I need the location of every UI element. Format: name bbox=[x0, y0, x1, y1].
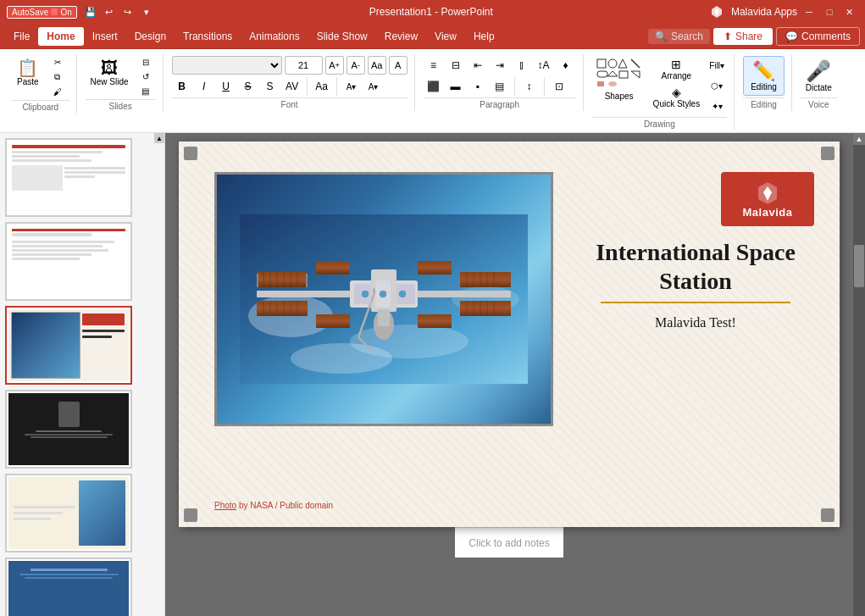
menu-home[interactable]: Home bbox=[38, 27, 83, 46]
italic-button[interactable]: I bbox=[194, 77, 214, 96]
cut-button[interactable]: ✂ bbox=[46, 56, 69, 69]
align-center-button[interactable]: ▬ bbox=[446, 77, 466, 96]
text-direction-button[interactable]: ↕A bbox=[534, 56, 554, 75]
font-name-select[interactable] bbox=[172, 56, 282, 75]
line-spacing-button[interactable]: ↕ bbox=[519, 77, 540, 96]
quick-styles-button[interactable]: ◈ Quick Styles bbox=[650, 84, 704, 110]
canvas-scroll-thumb[interactable] bbox=[854, 245, 864, 287]
slide-canvas[interactable]: Malavida International Space Station Mal… bbox=[179, 142, 840, 527]
slide-thumb-3[interactable] bbox=[5, 306, 132, 385]
customize-button[interactable]: ▾ bbox=[138, 5, 155, 19]
close-button[interactable]: ✕ bbox=[841, 5, 858, 19]
share-label: Share bbox=[735, 31, 762, 42]
drawing-sub2: Fill▾ ⬡▾ ✦▾ bbox=[707, 56, 727, 115]
slide-thumb-4[interactable] bbox=[5, 390, 132, 469]
notes-area[interactable]: Click to add notes bbox=[455, 527, 563, 558]
increase-indent-button[interactable]: ⇥ bbox=[490, 56, 510, 75]
copy-button[interactable]: ⧉ bbox=[46, 70, 69, 84]
arrange-button[interactable]: ⊞ Arrange bbox=[650, 56, 704, 82]
dictate-button[interactable]: 🎤 Dictate bbox=[801, 56, 837, 96]
autosave-badge[interactable]: AutoSave On bbox=[7, 6, 77, 19]
menu-help[interactable]: Help bbox=[465, 27, 503, 46]
text-effects-button[interactable]: A bbox=[389, 56, 408, 75]
menu-animations[interactable]: Animations bbox=[241, 27, 308, 46]
shape-fill-button[interactable]: Fill▾ bbox=[707, 56, 727, 75]
thumb-dark-content bbox=[8, 393, 129, 444]
align-left-button[interactable]: ⬛ bbox=[424, 77, 444, 96]
thumb-line bbox=[14, 506, 75, 508]
thumb-accent2 bbox=[12, 229, 125, 231]
thumb-line bbox=[12, 241, 114, 243]
new-slide-button[interactable]: 🖼 New Slide bbox=[86, 56, 134, 90]
restore-button[interactable]: □ bbox=[821, 5, 838, 19]
columns-button[interactable]: ⫿ bbox=[512, 56, 532, 75]
underline-button[interactable]: U bbox=[216, 77, 236, 96]
format-painter-button[interactable]: 🖌 bbox=[46, 86, 69, 98]
slide-thumb-2[interactable] bbox=[5, 222, 132, 301]
svg-rect-18 bbox=[378, 309, 390, 326]
font-size-increase[interactable]: A+ bbox=[325, 56, 344, 75]
menu-view[interactable]: View bbox=[426, 27, 465, 46]
bullets-button[interactable]: ≡ bbox=[424, 56, 444, 75]
slide-photo-frame[interactable] bbox=[214, 172, 553, 426]
arrange-icon: ⊞ bbox=[671, 58, 681, 71]
autosave-label: AutoSave bbox=[12, 8, 48, 17]
menu-file[interactable]: File bbox=[5, 27, 38, 46]
malavida-badge-slide: Malavida bbox=[721, 172, 814, 226]
caption-text: by NASA / Public domain bbox=[239, 501, 333, 510]
strikethrough-button[interactable]: S bbox=[238, 77, 258, 96]
slide-title[interactable]: International Space Station bbox=[577, 238, 814, 295]
section-button[interactable]: ▤ bbox=[136, 85, 156, 97]
menu-transitions[interactable]: Transitions bbox=[175, 27, 241, 46]
font-color-button[interactable]: A▾ bbox=[363, 77, 384, 96]
editing-button[interactable]: ✏️ Editing bbox=[743, 56, 785, 96]
slide-thumb-1[interactable] bbox=[5, 138, 132, 217]
shape-effects-button[interactable]: ✦▾ bbox=[707, 97, 727, 115]
search-bar[interactable]: 🔍 Search bbox=[648, 29, 710, 44]
shape-outline-button[interactable]: ⬡▾ bbox=[707, 76, 727, 95]
save-button[interactable]: 💾 bbox=[82, 5, 99, 19]
char-spacing-button[interactable]: AV bbox=[282, 77, 302, 96]
comments-button[interactable]: 💬 Comments bbox=[776, 27, 860, 46]
menu-design[interactable]: Design bbox=[126, 27, 175, 46]
bold-button[interactable]: B bbox=[172, 77, 192, 96]
align-right-button[interactable]: ▪ bbox=[468, 77, 488, 96]
canvas-scroll-up[interactable]: ▲ bbox=[853, 133, 865, 145]
menu-insert[interactable]: Insert bbox=[84, 27, 126, 46]
undo-button[interactable]: ↩ bbox=[101, 5, 118, 19]
share-button[interactable]: ⬆ Share bbox=[713, 28, 773, 45]
clear-format-button[interactable]: Aa bbox=[368, 56, 386, 75]
malavida-logo-icon bbox=[707, 3, 726, 21]
minimize-button[interactable]: ─ bbox=[801, 5, 818, 19]
text-highlight-button[interactable]: A▾ bbox=[341, 77, 362, 96]
drawing-label: Drawing bbox=[592, 117, 728, 129]
paste-button[interactable]: 📋 Paste bbox=[12, 56, 44, 90]
decrease-indent-button[interactable]: ⇤ bbox=[468, 56, 488, 75]
dictate-icon: 🎤 bbox=[806, 59, 831, 83]
menu-review[interactable]: Review bbox=[376, 27, 426, 46]
justify-button[interactable]: ▤ bbox=[490, 77, 510, 96]
convert-smartart-button[interactable]: ♦ bbox=[556, 56, 576, 75]
font-size-input[interactable] bbox=[285, 56, 323, 75]
shapes-button[interactable]: Shapes bbox=[592, 56, 646, 103]
layout-button[interactable]: ⊟ bbox=[136, 56, 156, 69]
thumb-line bbox=[12, 159, 91, 162]
slide-thumb-6[interactable] bbox=[5, 558, 132, 616]
slide-subtitle[interactable]: Malavida Test! bbox=[577, 315, 814, 330]
svg-rect-47 bbox=[316, 261, 350, 275]
text-shadow-para-button[interactable]: ⊡ bbox=[549, 77, 569, 96]
redo-button[interactable]: ↪ bbox=[119, 5, 136, 19]
svg-point-1 bbox=[608, 59, 617, 68]
autosave-dot bbox=[51, 8, 58, 15]
reset-button[interactable]: ↺ bbox=[136, 70, 156, 83]
section-icon: ▤ bbox=[141, 86, 149, 96]
slide-thumb-5[interactable] bbox=[5, 474, 132, 552]
font-case-button[interactable]: Aa bbox=[312, 77, 332, 96]
title-bar: AutoSave On 💾 ↩ ↪ ▾ Presentation1 - Powe… bbox=[0, 0, 865, 24]
caption-link[interactable]: Photo bbox=[214, 501, 236, 510]
thumb-accent bbox=[12, 145, 125, 148]
shadow-button[interactable]: S bbox=[260, 77, 280, 96]
numbering-button[interactable]: ⊟ bbox=[446, 56, 466, 75]
menu-slideshow[interactable]: Slide Show bbox=[308, 27, 376, 46]
font-size-decrease[interactable]: A- bbox=[347, 56, 365, 75]
